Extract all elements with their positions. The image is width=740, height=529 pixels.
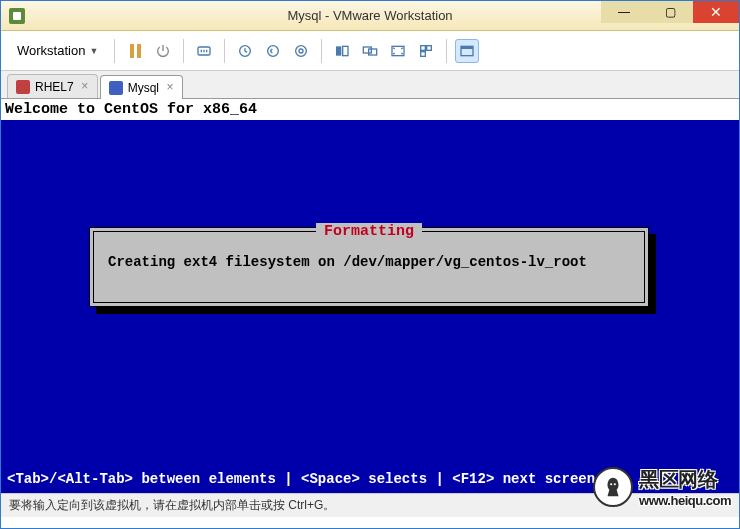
- app-icon: [9, 8, 25, 24]
- svg-rect-12: [421, 51, 426, 56]
- multi-monitor-icon[interactable]: [358, 39, 382, 63]
- pause-button[interactable]: [123, 39, 147, 63]
- minimize-button[interactable]: —: [601, 1, 647, 23]
- tab-label: RHEL7: [35, 80, 74, 94]
- tab-rhel7[interactable]: RHEL7 ×: [7, 74, 98, 98]
- vm-icon: [16, 80, 30, 94]
- close-button[interactable]: ✕: [693, 1, 739, 23]
- status-hint: 要将输入定向到该虚拟机，请在虚拟机内部单击或按 Ctrl+G。: [9, 497, 335, 514]
- send-ctrl-alt-del-icon[interactable]: [192, 39, 216, 63]
- workstation-menu-label: Workstation: [17, 43, 85, 58]
- svg-rect-6: [343, 46, 348, 55]
- formatting-dialog: Formatting Creating ext4 filesystem on /…: [89, 227, 649, 307]
- titlebar: Mysql - VMware Workstation — ▢ ✕: [1, 1, 739, 31]
- power-button-icon[interactable]: [151, 39, 175, 63]
- separator: [446, 39, 447, 63]
- separator: [224, 39, 225, 63]
- console-header: Welcome to CentOS for x86_64: [1, 99, 739, 120]
- status-bar: 要将输入定向到该虚拟机，请在虚拟机内部单击或按 Ctrl+G。: [1, 493, 739, 517]
- workstation-menu[interactable]: Workstation ▼: [9, 39, 106, 62]
- fullscreen-icon[interactable]: [386, 39, 410, 63]
- svg-rect-7: [364, 47, 372, 53]
- window-controls: — ▢ ✕: [601, 1, 739, 23]
- dialog-body: Creating ext4 filesystem on /dev/mapper/…: [94, 232, 644, 292]
- tab-bar: RHEL7 × Mysql ×: [1, 71, 739, 99]
- vm-icon: [109, 81, 123, 95]
- svg-point-3: [296, 45, 307, 56]
- tab-label: Mysql: [128, 81, 159, 95]
- svg-point-2: [268, 45, 279, 56]
- snapshot-icon[interactable]: [233, 39, 257, 63]
- console-footer: <Tab>/<Alt-Tab> between elements | <Spac…: [1, 469, 739, 489]
- vm-console[interactable]: Welcome to CentOS for x86_64 Formatting …: [1, 99, 739, 493]
- separator: [183, 39, 184, 63]
- thumbnail-view-icon[interactable]: [455, 39, 479, 63]
- close-icon[interactable]: ×: [79, 81, 91, 93]
- window-title: Mysql - VMware Workstation: [287, 8, 452, 23]
- svg-rect-5: [336, 46, 341, 55]
- show-console-icon[interactable]: [330, 39, 354, 63]
- svg-rect-11: [427, 45, 432, 50]
- separator: [321, 39, 322, 63]
- revert-snapshot-icon[interactable]: [261, 39, 285, 63]
- svg-point-4: [299, 49, 303, 53]
- svg-rect-8: [369, 49, 377, 55]
- manage-snapshots-icon[interactable]: [289, 39, 313, 63]
- toolbar: Workstation ▼: [1, 31, 739, 71]
- separator: [114, 39, 115, 63]
- tab-mysql[interactable]: Mysql ×: [100, 75, 183, 99]
- unity-icon[interactable]: [414, 39, 438, 63]
- svg-rect-14: [461, 46, 473, 49]
- svg-rect-10: [421, 45, 426, 50]
- maximize-button[interactable]: ▢: [647, 1, 693, 23]
- dialog-title: Formatting: [316, 223, 422, 240]
- chevron-down-icon: ▼: [89, 46, 98, 56]
- close-icon[interactable]: ×: [164, 82, 176, 94]
